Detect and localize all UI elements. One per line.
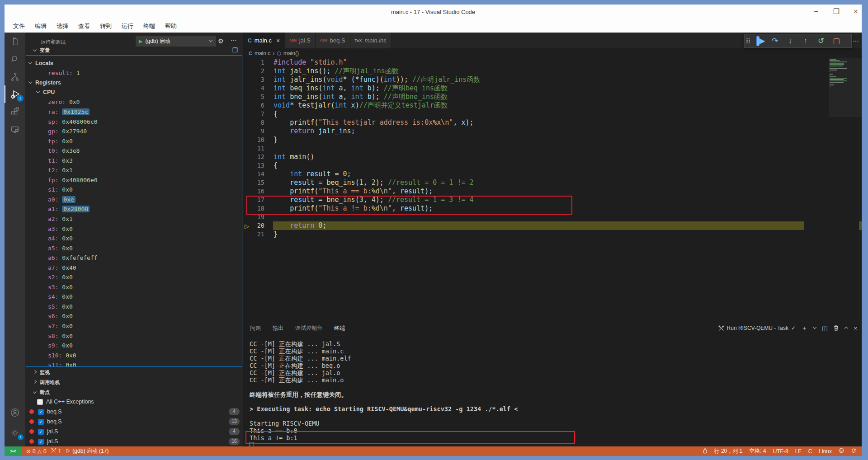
register-row[interactable]: fp: 0x408006e0 — [26, 175, 242, 185]
new-terminal-icon[interactable]: ＋ — [802, 324, 807, 332]
close-panel-icon[interactable]: × — [854, 325, 857, 332]
register-row[interactable]: t0: 0x3e8 — [26, 146, 242, 156]
menu-item-选择[interactable]: 选择 — [52, 20, 73, 33]
running-tasks-status[interactable]: 1 — [51, 448, 61, 455]
menu-item-查看[interactable]: 查看 — [73, 20, 95, 33]
breakpoints-section-header[interactable]: 断点 — [25, 387, 243, 397]
variables-section-header[interactable]: 变量 ❐ — [25, 45, 243, 55]
menu-item-终端[interactable]: 终端 — [138, 20, 160, 33]
maximize-panel-icon[interactable] — [844, 327, 848, 330]
tab-main.ins[interactable]: TeXmain.ins — [350, 33, 392, 48]
editor-more-icon[interactable]: ⋯ — [853, 37, 859, 44]
register-row[interactable]: gp: 0x27940 — [26, 127, 242, 136]
register-row[interactable]: s8: 0x0 — [26, 331, 242, 341]
breakpoint-row[interactable]: ✓beq.S13 — [25, 417, 243, 427]
panel-tab-终端[interactable]: 终端 — [334, 321, 345, 335]
tab-beq.S[interactable]: ASMbeq.S — [316, 33, 350, 48]
register-row[interactable]: zero: 0x0 — [26, 97, 242, 107]
minimap[interactable] — [829, 59, 861, 149]
variables-tree[interactable]: Localsresult: 1RegistersCPUzero: 0x0ra: … — [26, 55, 242, 367]
breakpoint-row[interactable]: ✓jal.S4 — [25, 427, 243, 437]
checkbox-unchecked-icon[interactable] — [37, 399, 43, 405]
registers-group[interactable]: Registers — [26, 78, 242, 88]
breakpoint-row[interactable]: ✓jal.S16 — [25, 437, 243, 446]
feedback-icon[interactable] — [839, 448, 844, 455]
stop-icon[interactable]: ▢ — [830, 35, 843, 47]
register-row[interactable]: a0: 0xe — [26, 195, 242, 205]
register-row[interactable]: sp: 0x408006c0 — [26, 117, 242, 127]
checkbox-checked-icon[interactable]: ✓ — [38, 419, 44, 425]
register-row[interactable]: s6: 0x0 — [26, 311, 242, 321]
panel-tab-输出[interactable]: 输出 — [273, 321, 283, 335]
locals-group[interactable]: Locals — [26, 58, 242, 68]
register-row[interactable]: a6: 0xfefefeff — [26, 253, 242, 263]
minimize-button[interactable]: − — [808, 5, 824, 20]
split-terminal-icon[interactable]: ◫ — [822, 325, 827, 332]
menu-item-帮助[interactable]: 帮助 — [160, 20, 182, 33]
kill-terminal-trash-icon[interactable] — [833, 325, 839, 331]
tab-main.c[interactable]: Cmain.c× — [243, 33, 285, 48]
step-into-icon[interactable]: ↓ — [783, 35, 797, 47]
debug-session-status[interactable]: (gdb) 启动 (17) — [66, 447, 108, 455]
continue-icon[interactable]: ▐▶ — [753, 35, 766, 47]
restart-icon[interactable]: ↺ — [814, 35, 828, 47]
os-status[interactable]: Linux — [819, 448, 832, 455]
settings-gear-icon[interactable]: 1 — [5, 424, 25, 441]
account-icon[interactable] — [5, 404, 25, 421]
register-row[interactable]: a3: 0x0 — [26, 224, 242, 234]
run-and-debug-icon[interactable]: 1 — [5, 85, 25, 103]
register-row[interactable]: a7: 0x40 — [26, 263, 242, 272]
cursor-position-status[interactable]: 行 20，列 1 — [714, 447, 743, 455]
indentation-status[interactable]: 空格: 4 — [749, 447, 766, 455]
register-row[interactable]: a2: 0x1 — [26, 214, 242, 224]
register-row[interactable]: s2: 0x0 — [26, 272, 242, 282]
close-button[interactable]: × — [848, 5, 863, 20]
more-actions-icon[interactable]: ⋯ — [231, 37, 237, 44]
flame-icon[interactable] — [703, 448, 708, 455]
terminal-task-selector[interactable]: Run RISCV-QEMU - Task ✓ — [718, 325, 796, 331]
register-row[interactable]: t1: 0x3 — [26, 155, 242, 165]
collapse-all-icon[interactable]: ❐ — [232, 45, 238, 55]
register-row[interactable]: ra: 0x1025c — [26, 107, 242, 117]
drag-handle-icon[interactable] — [746, 38, 750, 44]
search-icon[interactable] — [5, 50, 25, 68]
language-status[interactable]: C — [808, 448, 812, 455]
checkbox-checked-icon[interactable]: ✓ — [38, 409, 44, 415]
watch-section-header[interactable]: 监视 — [25, 367, 243, 377]
register-row[interactable]: s9: 0x0 — [26, 341, 242, 351]
register-row[interactable]: s11: 0x0 — [26, 360, 242, 367]
terminal-dropdown-icon[interactable] — [813, 325, 816, 329]
remote-indicator[interactable]: >< — [5, 446, 22, 456]
close-tab-icon[interactable]: × — [276, 37, 280, 44]
breakpoint-row[interactable]: ✓beq.S4 — [25, 407, 243, 417]
debug-settings-gear-icon[interactable]: ⚙ — [218, 38, 224, 45]
tab-jal.S[interactable]: ASMjal.S — [285, 33, 316, 48]
callstack-section-header[interactable]: 调用堆栈 — [25, 377, 243, 387]
problems-status[interactable]: ⊘0 △0 — [26, 448, 47, 455]
checkbox-checked-icon[interactable]: ✓ — [38, 429, 44, 435]
eol-status[interactable]: LF — [795, 448, 802, 455]
menu-item-编辑[interactable]: 编辑 — [30, 20, 52, 33]
menu-item-文件[interactable]: 文件 — [8, 20, 30, 33]
step-out-icon[interactable]: ↑ — [799, 35, 812, 47]
remote-explorer-icon[interactable] — [5, 121, 25, 138]
cpu-group[interactable]: CPU — [26, 88, 242, 98]
register-row[interactable]: a1: 0x28008 — [26, 204, 242, 214]
menu-item-运行[interactable]: 运行 — [117, 20, 138, 33]
encoding-status[interactable]: UTF-8 — [773, 448, 788, 455]
step-over-icon[interactable]: ↷ — [768, 35, 782, 47]
exception-breakpoint-row[interactable]: All C++ Exceptions — [25, 397, 243, 407]
explorer-icon[interactable] — [5, 33, 25, 50]
register-row[interactable]: s3: 0x0 — [26, 282, 242, 292]
register-row[interactable]: a5: 0x0 — [26, 243, 242, 253]
notifications-bell-icon[interactable] — [851, 448, 856, 455]
register-row[interactable]: s7: 0x0 — [26, 321, 242, 331]
local-variable-row[interactable]: result: 1 — [26, 68, 242, 78]
panel-tab-调试控制台[interactable]: 调试控制台 — [295, 321, 322, 335]
register-row[interactable]: s1: 0x0 — [26, 185, 242, 195]
register-row[interactable]: s4: 0x0 — [26, 292, 242, 302]
checkbox-checked-icon[interactable]: ✓ — [38, 439, 44, 445]
panel-tab-问题[interactable]: 问题 — [250, 321, 261, 335]
breadcrumb[interactable]: C main.c › ⬡ main() — [249, 48, 299, 58]
register-row[interactable]: tp: 0x0 — [26, 136, 242, 146]
